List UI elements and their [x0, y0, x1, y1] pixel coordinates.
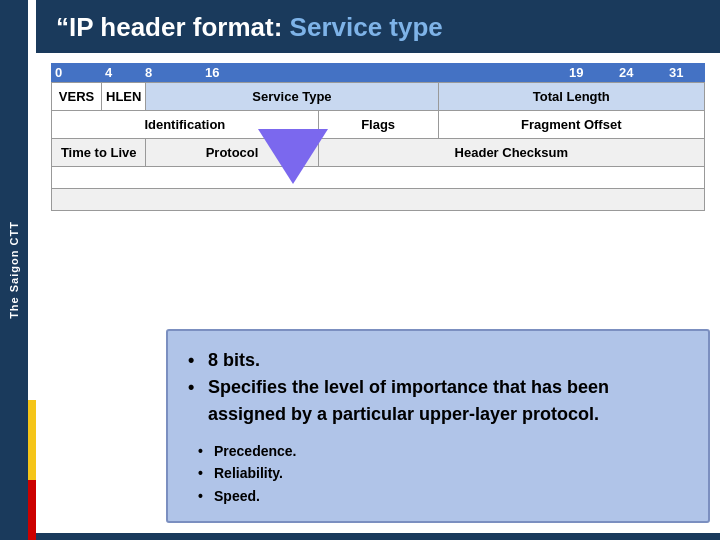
slide-title: “IP header format: Service type — [56, 12, 443, 42]
sub-bullet-2: Reliability. — [198, 462, 688, 484]
bit-8: 8 — [141, 65, 201, 80]
vers-cell: VERS — [52, 83, 102, 111]
bit-0: 0 — [51, 65, 101, 80]
total-length-cell: Total Length — [438, 83, 704, 111]
sidebar-label: The Saigon CTT — [8, 221, 20, 319]
sub-bullets: Precedence. Reliability. Speed. — [198, 440, 688, 507]
hlen-cell: HLEN — [102, 83, 146, 111]
table-row-4 — [52, 167, 705, 189]
title-bar: “IP header format: Service type — [36, 0, 720, 53]
bit-4: 4 — [101, 65, 141, 80]
sub-bullet-3: Speed. — [198, 485, 688, 507]
main-bullets: 8 bits. Specifies the level of importanc… — [188, 347, 688, 428]
title-highlight: Service type — [282, 12, 442, 42]
white-content-area: 0 4 8 16 19 24 31 VERS HLEN Service Type… — [36, 53, 720, 533]
bit-19: 19 — [565, 65, 615, 80]
bullet-2: Specifies the level of importance that h… — [188, 374, 688, 428]
red-accent-bar — [28, 480, 36, 540]
table-row-2: Identification Flags Fragment Offset — [52, 111, 705, 139]
slide-container: The Saigon CTT “IP header format: Servic… — [0, 0, 720, 540]
sub-bullet-1: Precedence. — [198, 440, 688, 462]
empty-row-4 — [52, 167, 705, 189]
bit-16: 16 — [201, 65, 565, 80]
popup-box: 8 bits. Specifies the level of importanc… — [166, 329, 710, 523]
triangle-pointer — [258, 129, 328, 184]
sub-bullets-container: Precedence. Reliability. Speed. — [188, 440, 688, 507]
table-row-5 — [52, 189, 705, 211]
table-row-3: Time to Live Protocol Header Checksum — [52, 139, 705, 167]
flags-cell: Flags — [318, 111, 438, 139]
table-row-1: VERS HLEN Service Type Total Length — [52, 83, 705, 111]
bullet-1: 8 bits. — [188, 347, 688, 374]
bit-31: 31 — [665, 65, 705, 80]
service-type-cell: Service Type — [146, 83, 438, 111]
title-prefix: “IP header format: — [56, 12, 282, 42]
checksum-cell: Header Checksum — [318, 139, 704, 167]
yellow-accent-bar — [28, 400, 36, 480]
empty-row-5 — [52, 189, 705, 211]
bit-numbers-row: 0 4 8 16 19 24 31 — [51, 63, 705, 82]
ip-header-table: VERS HLEN Service Type Total Length Iden… — [51, 82, 705, 211]
left-sidebar: The Saigon CTT — [0, 0, 28, 540]
main-content: “IP header format: Service type 0 4 8 16… — [36, 0, 720, 540]
ttl-cell: Time to Live — [52, 139, 146, 167]
fragment-offset-cell: Fragment Offset — [438, 111, 704, 139]
bit-24: 24 — [615, 65, 665, 80]
